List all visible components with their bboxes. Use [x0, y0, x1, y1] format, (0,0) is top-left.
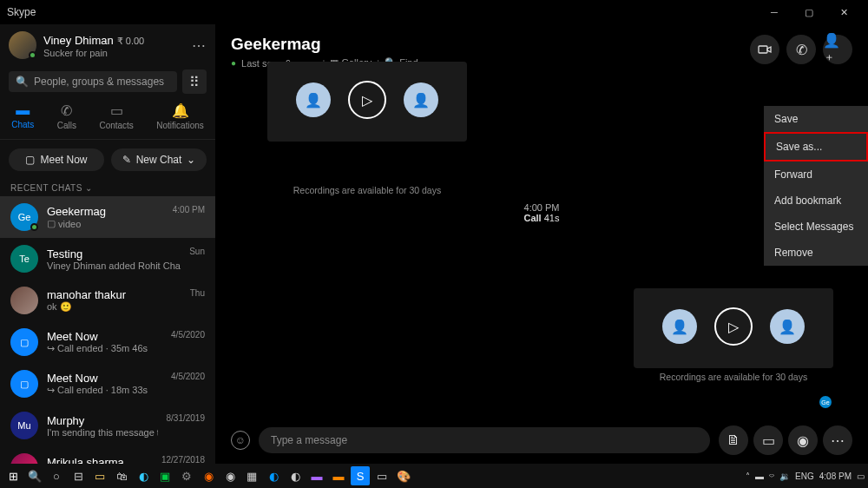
firefox-icon[interactable]: ◉: [199, 466, 218, 485]
close-button[interactable]: ✕: [826, 0, 861, 24]
tab-notifications[interactable]: 🔔Notifications: [156, 102, 203, 130]
taskview-icon[interactable]: ⊟: [69, 466, 88, 485]
nav-tabs: ▬Chats ✆Calls ▭Contacts 🔔Notifications: [0, 97, 215, 140]
more-button[interactable]: ⋯: [823, 425, 852, 455]
chat-item-manohar[interactable]: manohar thakurok 🙂 Thu: [0, 280, 215, 321]
phone-icon: ✆: [61, 102, 72, 119]
record-button[interactable]: ◉: [788, 425, 818, 455]
app-icon[interactable]: ▬: [329, 466, 348, 485]
chat-content: Geekermag ● Last seen 6m ago | ▦ Gallery…: [215, 24, 868, 464]
emoji-button[interactable]: ☺: [231, 431, 250, 450]
store-icon[interactable]: 🛍: [112, 466, 131, 485]
taskbar: ⊞ 🔍 ○ ⊟ ▭ 🛍 ◐ ▣ ⚙ ◉ ◉ ▦ ◐ ◐ ▬ ▬ S ▭ 🎨 ˄ …: [0, 464, 868, 488]
maximize-button[interactable]: ▢: [792, 0, 826, 24]
presence-dot: ●: [231, 58, 236, 68]
notifications-icon[interactable]: ▭: [857, 472, 865, 481]
chat-avatar: ▢: [10, 328, 38, 356]
recent-chats-label[interactable]: RECENT CHATS ⌄: [0, 180, 215, 196]
tab-contacts[interactable]: ▭Contacts: [99, 102, 133, 130]
search-input[interactable]: 🔍 People, groups & messages: [9, 71, 177, 92]
wifi-icon[interactable]: ⌔: [769, 472, 774, 481]
recording-caption: Recordings are available for 30 days: [267, 185, 467, 195]
avatar[interactable]: [9, 31, 36, 59]
chat-avatar: [10, 453, 38, 464]
profile-row[interactable]: Viney Dhiman₹ 0.00 Sucker for pain ⋯: [0, 24, 215, 66]
compose-bar: ☺ Type a message 🗎 ▭ ◉ ⋯: [215, 420, 868, 464]
contacts-icon: ▭: [110, 102, 123, 119]
language-indicator[interactable]: ENG: [795, 472, 814, 481]
volume-icon[interactable]: 🔉: [779, 472, 790, 481]
chat-item-geekermag[interactable]: Ge Geekermag▢video 4:00 PM: [0, 196, 215, 238]
chat-item-meetnow-2[interactable]: ▢ Meet Now↪ Call ended · 18m 33s 4/5/202…: [0, 363, 215, 405]
app-icon[interactable]: ▣: [155, 466, 174, 485]
message-input[interactable]: Type a message: [259, 427, 710, 453]
chat-item-testing[interactable]: Te TestingViney Dhiman added Rohit Cha..…: [0, 238, 215, 280]
window-controls: ─ ▢ ✕: [757, 0, 861, 24]
app-icon[interactable]: ▭: [372, 466, 391, 485]
ctx-select-messages[interactable]: Select Messages: [764, 214, 868, 240]
video-icon: ▢: [47, 218, 56, 229]
new-chat-button[interactable]: ✎New Chat⌄: [111, 148, 207, 171]
app-icon[interactable]: ◐: [286, 466, 305, 485]
sidebar: Viney Dhiman₹ 0.00 Sucker for pain ⋯ 🔍 P…: [0, 24, 215, 464]
dialpad-button[interactable]: ⠿: [182, 69, 207, 94]
office-icon[interactable]: ▦: [242, 466, 261, 485]
chat-item-mrikula[interactable]: Mrikula sharma5149 12/27/2018: [0, 446, 215, 464]
search-icon[interactable]: 🔍: [25, 466, 44, 485]
recording-card[interactable]: 👤 ▷ 👤: [634, 288, 833, 368]
participant-avatar: 👤: [662, 309, 697, 344]
play-button[interactable]: ▷: [714, 307, 753, 346]
play-button[interactable]: ▷: [348, 81, 386, 119]
clock[interactable]: 4:08 PM: [819, 472, 852, 481]
system-tray[interactable]: ˄ ▬ ⌔ 🔉 ENG 4:08 PM ▭: [746, 472, 865, 481]
chat-item-meetnow-1[interactable]: ▢ Meet Now↪ Call ended · 35m 46s 4/5/202…: [0, 321, 215, 363]
skype-taskbar-icon[interactable]: S: [351, 466, 370, 485]
app-icon[interactable]: ▬: [307, 466, 326, 485]
profile-name: Viney Dhiman: [43, 34, 114, 47]
chat-avatar: [10, 287, 38, 314]
chrome-icon[interactable]: ◉: [220, 466, 240, 485]
profile-credit: ₹ 0.00: [117, 36, 144, 46]
compose-icon: ✎: [122, 154, 131, 166]
edge-icon[interactable]: ◐: [134, 466, 153, 485]
ctx-forward[interactable]: Forward: [764, 162, 868, 188]
ctx-remove[interactable]: Remove: [764, 240, 868, 266]
search-placeholder: People, groups & messages: [34, 76, 164, 88]
tab-chats[interactable]: ▬Chats: [11, 102, 34, 130]
edge-icon[interactable]: ◐: [264, 466, 283, 485]
chat-avatar: Ge: [10, 203, 38, 231]
app-icon[interactable]: ⚙: [177, 466, 196, 485]
recording-card[interactable]: 👤 ▷ 👤: [267, 62, 467, 142]
participant-avatar: 👤: [404, 82, 438, 117]
chat-avatar: Te: [10, 245, 38, 273]
chat-item-murphy[interactable]: Mu MurphyI'm sending this message t... 8…: [0, 405, 215, 446]
video-call-button[interactable]: [750, 35, 779, 64]
battery-icon[interactable]: ▬: [755, 472, 764, 481]
context-menu: Save Save as... Forward Add bookmark Sel…: [764, 106, 868, 266]
video-icon: ▢: [20, 379, 29, 390]
tab-calls[interactable]: ✆Calls: [57, 102, 76, 130]
video-icon: ▢: [20, 337, 29, 348]
titlebar: Skype ─ ▢ ✕: [0, 0, 868, 24]
contact-card-button[interactable]: ▭: [753, 425, 783, 455]
explorer-icon[interactable]: ▭: [90, 466, 109, 485]
ctx-add-bookmark[interactable]: Add bookmark: [764, 188, 868, 214]
tray-chevron-icon[interactable]: ˄: [746, 472, 750, 481]
profile-more-icon[interactable]: ⋯: [192, 37, 207, 54]
chevron-down-icon: ⌄: [85, 183, 93, 193]
add-participant-button[interactable]: 👤﹢: [823, 35, 852, 64]
bell-icon: 🔔: [172, 102, 189, 119]
app-icon[interactable]: 🎨: [394, 466, 413, 485]
ctx-save-as[interactable]: Save as...: [764, 132, 868, 162]
minimize-button[interactable]: ─: [757, 0, 792, 24]
audio-call-button[interactable]: ✆: [786, 35, 816, 64]
attach-file-button[interactable]: 🗎: [719, 425, 748, 455]
chat-header-title[interactable]: Geekermag: [231, 35, 750, 54]
presence-dot: [30, 223, 38, 231]
profile-status: Sucker for pain: [43, 48, 185, 58]
start-button[interactable]: ⊞: [3, 466, 23, 485]
ctx-save[interactable]: Save: [764, 106, 868, 132]
meet-now-button[interactable]: ▢Meet Now: [9, 148, 104, 171]
chevron-down-icon: ⌄: [187, 154, 195, 166]
cortana-icon[interactable]: ○: [47, 466, 66, 485]
